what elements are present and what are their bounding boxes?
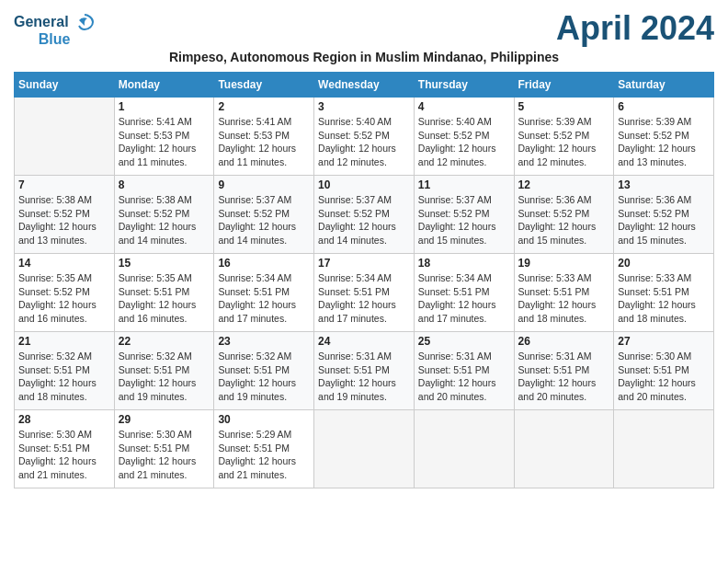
calendar-cell: 5Sunrise: 5:39 AM Sunset: 5:52 PM Daylig… xyxy=(514,98,614,176)
day-info: Sunrise: 5:32 AM Sunset: 5:51 PM Dayligh… xyxy=(18,350,110,404)
day-number: 3 xyxy=(318,100,410,113)
day-info: Sunrise: 5:32 AM Sunset: 5:51 PM Dayligh… xyxy=(218,350,310,404)
calendar-cell: 2Sunrise: 5:41 AM Sunset: 5:53 PM Daylig… xyxy=(214,98,314,176)
day-number: 17 xyxy=(318,257,410,270)
day-info: Sunrise: 5:38 AM Sunset: 5:52 PM Dayligh… xyxy=(119,193,210,247)
day-info: Sunrise: 5:31 AM Sunset: 5:51 PM Dayligh… xyxy=(518,350,610,404)
day-info: Sunrise: 5:29 AM Sunset: 5:51 PM Dayligh… xyxy=(218,428,310,482)
calendar-cell: 16Sunrise: 5:34 AM Sunset: 5:51 PM Dayli… xyxy=(214,254,314,332)
calendar-cell: 26Sunrise: 5:31 AM Sunset: 5:51 PM Dayli… xyxy=(514,332,614,410)
day-number: 6 xyxy=(618,100,710,113)
day-number: 10 xyxy=(318,178,410,191)
calendar-cell: 17Sunrise: 5:34 AM Sunset: 5:51 PM Dayli… xyxy=(314,254,415,332)
day-number: 15 xyxy=(119,257,210,270)
calendar-cell: 19Sunrise: 5:33 AM Sunset: 5:51 PM Dayli… xyxy=(514,254,614,332)
day-number: 20 xyxy=(618,257,710,270)
logo: General Blue xyxy=(14,13,95,48)
page-title: April 2024 xyxy=(556,9,714,48)
calendar-cell: 30Sunrise: 5:29 AM Sunset: 5:51 PM Dayli… xyxy=(214,410,314,488)
calendar-cell: 18Sunrise: 5:34 AM Sunset: 5:51 PM Dayli… xyxy=(414,254,514,332)
day-info: Sunrise: 5:30 AM Sunset: 5:51 PM Dayligh… xyxy=(18,428,110,482)
calendar-cell: 25Sunrise: 5:31 AM Sunset: 5:51 PM Dayli… xyxy=(414,332,514,410)
day-info: Sunrise: 5:36 AM Sunset: 5:52 PM Dayligh… xyxy=(618,193,710,247)
day-number: 11 xyxy=(418,178,510,191)
calendar-cell: 6Sunrise: 5:39 AM Sunset: 5:52 PM Daylig… xyxy=(614,98,714,176)
calendar-cell: 13Sunrise: 5:36 AM Sunset: 5:52 PM Dayli… xyxy=(614,176,714,254)
calendar-cell: 8Sunrise: 5:38 AM Sunset: 5:52 PM Daylig… xyxy=(114,176,214,254)
day-number: 25 xyxy=(418,335,510,348)
day-info: Sunrise: 5:35 AM Sunset: 5:52 PM Dayligh… xyxy=(18,271,110,326)
day-info: Sunrise: 5:40 AM Sunset: 5:52 PM Dayligh… xyxy=(418,115,510,169)
day-info: Sunrise: 5:39 AM Sunset: 5:52 PM Dayligh… xyxy=(618,115,710,169)
calendar-cell xyxy=(314,410,415,488)
weekday-header-tuesday: Tuesday xyxy=(214,73,314,98)
day-number: 19 xyxy=(518,257,610,270)
day-info: Sunrise: 5:34 AM Sunset: 5:51 PM Dayligh… xyxy=(418,271,510,326)
day-number: 12 xyxy=(518,178,610,191)
day-number: 7 xyxy=(18,178,110,191)
weekday-header-saturday: Saturday xyxy=(614,73,714,98)
calendar-cell: 12Sunrise: 5:36 AM Sunset: 5:52 PM Dayli… xyxy=(514,176,614,254)
weekday-header-friday: Friday xyxy=(514,73,614,98)
day-info: Sunrise: 5:41 AM Sunset: 5:53 PM Dayligh… xyxy=(119,115,210,169)
calendar-cell: 7Sunrise: 5:38 AM Sunset: 5:52 PM Daylig… xyxy=(15,176,115,254)
day-number: 2 xyxy=(218,100,310,113)
day-number: 26 xyxy=(518,335,610,348)
day-info: Sunrise: 5:33 AM Sunset: 5:51 PM Dayligh… xyxy=(518,271,610,326)
weekday-header-sunday: Sunday xyxy=(15,73,115,98)
calendar-cell: 11Sunrise: 5:37 AM Sunset: 5:52 PM Dayli… xyxy=(414,176,514,254)
day-info: Sunrise: 5:37 AM Sunset: 5:52 PM Dayligh… xyxy=(418,193,510,247)
day-info: Sunrise: 5:32 AM Sunset: 5:51 PM Dayligh… xyxy=(119,350,210,404)
day-number: 29 xyxy=(119,413,210,426)
day-info: Sunrise: 5:31 AM Sunset: 5:51 PM Dayligh… xyxy=(318,350,410,404)
weekday-header-monday: Monday xyxy=(114,73,214,98)
day-number: 21 xyxy=(18,335,110,348)
day-number: 1 xyxy=(119,100,210,113)
calendar-cell: 24Sunrise: 5:31 AM Sunset: 5:51 PM Dayli… xyxy=(314,332,415,410)
calendar-cell: 10Sunrise: 5:37 AM Sunset: 5:52 PM Dayli… xyxy=(314,176,415,254)
calendar-cell xyxy=(414,410,514,488)
calendar-cell: 22Sunrise: 5:32 AM Sunset: 5:51 PM Dayli… xyxy=(114,332,214,410)
day-number: 16 xyxy=(218,257,310,270)
calendar-cell: 4Sunrise: 5:40 AM Sunset: 5:52 PM Daylig… xyxy=(414,98,514,176)
day-number: 8 xyxy=(119,178,210,191)
calendar-cell: 1Sunrise: 5:41 AM Sunset: 5:53 PM Daylig… xyxy=(114,98,214,176)
day-number: 27 xyxy=(618,335,710,348)
calendar-cell xyxy=(614,410,714,488)
calendar-cell: 21Sunrise: 5:32 AM Sunset: 5:51 PM Dayli… xyxy=(15,332,115,410)
day-number: 28 xyxy=(18,413,110,426)
day-info: Sunrise: 5:31 AM Sunset: 5:51 PM Dayligh… xyxy=(418,350,510,404)
day-info: Sunrise: 5:40 AM Sunset: 5:52 PM Dayligh… xyxy=(318,115,410,169)
day-number: 30 xyxy=(218,413,310,426)
day-number: 22 xyxy=(119,335,210,348)
calendar-cell: 15Sunrise: 5:35 AM Sunset: 5:51 PM Dayli… xyxy=(114,254,214,332)
day-info: Sunrise: 5:37 AM Sunset: 5:52 PM Dayligh… xyxy=(318,193,410,247)
day-info: Sunrise: 5:41 AM Sunset: 5:53 PM Dayligh… xyxy=(218,115,310,169)
calendar-cell xyxy=(514,410,614,488)
calendar-cell xyxy=(15,98,115,176)
day-info: Sunrise: 5:33 AM Sunset: 5:51 PM Dayligh… xyxy=(618,271,710,326)
weekday-header-thursday: Thursday xyxy=(414,73,514,98)
day-number: 18 xyxy=(418,257,510,270)
calendar-cell: 20Sunrise: 5:33 AM Sunset: 5:51 PM Dayli… xyxy=(614,254,714,332)
day-info: Sunrise: 5:39 AM Sunset: 5:52 PM Dayligh… xyxy=(518,115,610,169)
day-info: Sunrise: 5:36 AM Sunset: 5:52 PM Dayligh… xyxy=(518,193,610,247)
day-info: Sunrise: 5:37 AM Sunset: 5:52 PM Dayligh… xyxy=(218,193,310,247)
calendar-table: SundayMondayTuesdayWednesdayThursdayFrid… xyxy=(14,72,714,488)
calendar-cell: 29Sunrise: 5:30 AM Sunset: 5:51 PM Dayli… xyxy=(114,410,214,488)
day-number: 24 xyxy=(318,335,410,348)
calendar-cell: 28Sunrise: 5:30 AM Sunset: 5:51 PM Dayli… xyxy=(15,410,115,488)
page-subtitle: Rimpeso, Autonomous Region in Muslim Min… xyxy=(14,50,714,64)
calendar-cell: 3Sunrise: 5:40 AM Sunset: 5:52 PM Daylig… xyxy=(314,98,415,176)
day-number: 23 xyxy=(218,335,310,348)
day-number: 5 xyxy=(518,100,610,113)
calendar-cell: 9Sunrise: 5:37 AM Sunset: 5:52 PM Daylig… xyxy=(214,176,314,254)
day-info: Sunrise: 5:30 AM Sunset: 5:51 PM Dayligh… xyxy=(618,350,710,404)
calendar-cell: 23Sunrise: 5:32 AM Sunset: 5:51 PM Dayli… xyxy=(214,332,314,410)
day-number: 14 xyxy=(18,257,110,270)
day-info: Sunrise: 5:35 AM Sunset: 5:51 PM Dayligh… xyxy=(119,271,210,326)
calendar-cell: 27Sunrise: 5:30 AM Sunset: 5:51 PM Dayli… xyxy=(614,332,714,410)
day-info: Sunrise: 5:38 AM Sunset: 5:52 PM Dayligh… xyxy=(18,193,110,247)
calendar-cell: 14Sunrise: 5:35 AM Sunset: 5:52 PM Dayli… xyxy=(15,254,115,332)
day-number: 9 xyxy=(218,178,310,191)
